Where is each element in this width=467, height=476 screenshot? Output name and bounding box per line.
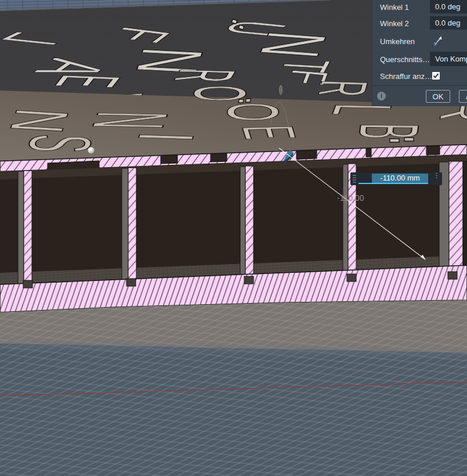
svg-text:R: R [157,68,254,83]
svg-text:E: E [227,124,311,140]
svg-text:R: R [304,79,383,97]
svg-text:N: N [0,107,85,135]
svg-text:N: N [71,111,190,130]
svg-text:B: B [341,123,437,139]
svg-text:S: S [10,134,111,153]
